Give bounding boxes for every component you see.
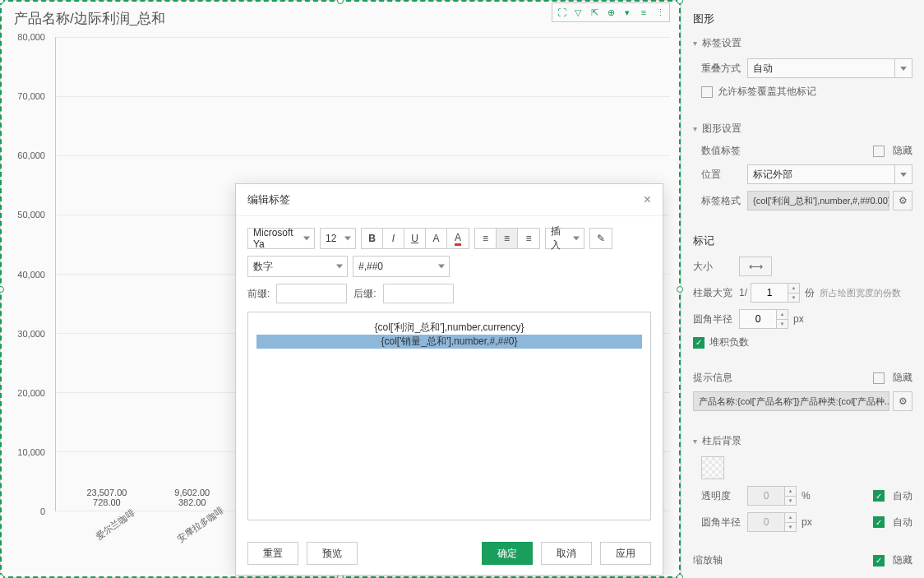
edit-label-modal: 编辑标签 × Microsoft Ya 12 B I U A A ≡ ≡ ≡ (235, 183, 663, 576)
clear-format-button[interactable]: ✎ (589, 228, 612, 249)
underline-button[interactable]: U (404, 229, 426, 248)
suffix-label: 后缀: (353, 287, 376, 301)
preview-button[interactable]: 预览 (307, 542, 358, 565)
text-style-group: B I U A A (361, 228, 469, 249)
modal-title: 编辑标签 (247, 192, 290, 207)
label-editor[interactable]: {col['利润_总和'],number,currency} {col['销量_… (247, 312, 651, 520)
modal-overlay: 编辑标签 × Microsoft Ya 12 B I U A A ≡ ≡ ≡ (0, 0, 924, 578)
highlight-button[interactable]: A (447, 229, 469, 248)
prefix-label: 前缀: (247, 287, 270, 301)
italic-button[interactable]: I (383, 229, 404, 248)
align-center-button[interactable]: ≡ (497, 229, 518, 248)
number-type-select[interactable]: 数字 (247, 256, 348, 277)
font-family-select[interactable]: Microsoft Ya (247, 228, 315, 249)
align-right-button[interactable]: ≡ (518, 229, 539, 248)
number-format-select[interactable]: #,##0 (353, 256, 450, 277)
insert-select[interactable]: 插入 (545, 228, 584, 249)
ok-button[interactable]: 确定 (482, 542, 533, 565)
reset-button[interactable]: 重置 (247, 542, 298, 565)
apply-button[interactable]: 应用 (600, 542, 651, 565)
align-left-button[interactable]: ≡ (475, 229, 497, 248)
suffix-input[interactable] (383, 284, 454, 303)
align-group: ≡ ≡ ≡ (474, 228, 540, 249)
font-size-select[interactable]: 12 (320, 228, 356, 249)
prefix-input[interactable] (276, 284, 347, 303)
modal-close-button[interactable]: × (644, 192, 651, 207)
bold-button[interactable]: B (362, 229, 383, 248)
cancel-button[interactable]: 取消 (541, 542, 592, 565)
font-color-button[interactable]: A (426, 229, 447, 248)
